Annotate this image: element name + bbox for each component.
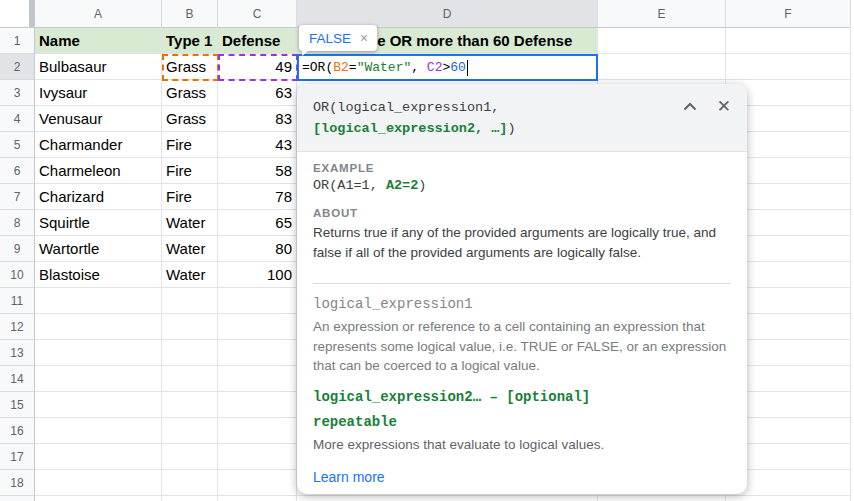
- row-header-9[interactable]: 9: [0, 236, 35, 262]
- row-header-16[interactable]: 16: [0, 418, 35, 444]
- column-header-D[interactable]: D: [297, 0, 598, 28]
- cell-A7[interactable]: Charizard: [35, 184, 162, 210]
- cell-C15[interactable]: [218, 392, 297, 418]
- cell-B3[interactable]: Grass: [162, 80, 218, 106]
- cell-Cx[interactable]: [218, 496, 297, 501]
- row-header-18[interactable]: 18: [0, 470, 35, 496]
- row-header-4[interactable]: 4: [0, 106, 35, 132]
- cell-B17[interactable]: [162, 444, 218, 470]
- function-signature: OR(logical_expression1, [logical_express…: [313, 97, 658, 139]
- cell-A18[interactable]: [35, 470, 162, 496]
- cell-C18[interactable]: [218, 470, 297, 496]
- cell-C12[interactable]: [218, 314, 297, 340]
- cell-A3[interactable]: Ivysaur: [35, 80, 162, 106]
- cell-C11[interactable]: [218, 288, 297, 314]
- cell-B15[interactable]: [162, 392, 218, 418]
- cell-Fx[interactable]: [726, 496, 851, 501]
- learn-more-link[interactable]: Learn more: [313, 469, 385, 485]
- cell-A17[interactable]: [35, 444, 162, 470]
- cell-A13[interactable]: [35, 340, 162, 366]
- column-header-F[interactable]: F: [726, 0, 851, 28]
- cell-B11[interactable]: [162, 288, 218, 314]
- cell-A15[interactable]: [35, 392, 162, 418]
- cell-A4[interactable]: Venusaur: [35, 106, 162, 132]
- cell-Dx[interactable]: [297, 496, 598, 501]
- cell-C3[interactable]: 63: [218, 80, 297, 106]
- cell-F2[interactable]: [726, 54, 851, 80]
- select-all-corner[interactable]: [0, 0, 35, 28]
- row-header-3[interactable]: 3: [0, 80, 35, 106]
- cell-C6[interactable]: 58: [218, 158, 297, 184]
- cell-B14[interactable]: [162, 366, 218, 392]
- row-header-1[interactable]: 1: [0, 28, 35, 54]
- cell-B6[interactable]: Fire: [162, 158, 218, 184]
- cell-Bx[interactable]: [162, 496, 218, 501]
- cell-B5[interactable]: Fire: [162, 132, 218, 158]
- cell-C7[interactable]: 78: [218, 184, 297, 210]
- column-header-E[interactable]: E: [598, 0, 726, 28]
- row-header-6[interactable]: 6: [0, 158, 35, 184]
- row-header-11[interactable]: 11: [0, 288, 35, 314]
- cell-C8[interactable]: 65: [218, 210, 297, 236]
- row-header-12[interactable]: 12: [0, 314, 35, 340]
- cell-A16[interactable]: [35, 418, 162, 444]
- row-header-clipped[interactable]: [0, 496, 35, 501]
- cell-B12[interactable]: [162, 314, 218, 340]
- cell-C5[interactable]: 43: [218, 132, 297, 158]
- row-header-17[interactable]: 17: [0, 444, 35, 470]
- column-header-C[interactable]: C: [218, 0, 297, 28]
- active-cell-editor[interactable]: =OR(B2="Water", C2>60: [297, 54, 598, 81]
- cell-C13[interactable]: [218, 340, 297, 366]
- formula-token: "Water": [357, 60, 412, 75]
- cell-C2[interactable]: 49: [218, 54, 297, 80]
- row-header-8[interactable]: 8: [0, 210, 35, 236]
- cell-B8[interactable]: Water: [162, 210, 218, 236]
- row-header-15[interactable]: 15: [0, 392, 35, 418]
- preview-value: FALSE: [309, 31, 351, 46]
- cell-A2[interactable]: Bulbasaur: [35, 54, 162, 80]
- column-header-B[interactable]: B: [162, 0, 218, 28]
- cell-A12[interactable]: [35, 314, 162, 340]
- cell-F1[interactable]: [726, 28, 851, 54]
- cell-C1[interactable]: Defense: [218, 28, 297, 54]
- cell-A8[interactable]: Squirtle: [35, 210, 162, 236]
- row-header-7[interactable]: 7: [0, 184, 35, 210]
- cell-A10[interactable]: Blastoise: [35, 262, 162, 288]
- cell-B16[interactable]: [162, 418, 218, 444]
- cell-Ex[interactable]: [598, 496, 726, 501]
- cell-E1[interactable]: [598, 28, 726, 54]
- collapse-chevron-up-icon[interactable]: [683, 99, 697, 114]
- cell-B18[interactable]: [162, 470, 218, 496]
- cell-B7[interactable]: Fire: [162, 184, 218, 210]
- cell-C4[interactable]: 83: [218, 106, 297, 132]
- row-header-2[interactable]: 2: [0, 54, 35, 80]
- cell-B13[interactable]: [162, 340, 218, 366]
- cell-B2[interactable]: Grass: [162, 54, 218, 80]
- cell-Ax[interactable]: [35, 496, 162, 501]
- row-header-10[interactable]: 10: [0, 262, 35, 288]
- cell-C9[interactable]: 80: [218, 236, 297, 262]
- cell-A6[interactable]: Charmeleon: [35, 158, 162, 184]
- cell-B9[interactable]: Water: [162, 236, 218, 262]
- cell-A1[interactable]: Name: [35, 28, 162, 54]
- column-header-A[interactable]: A: [35, 0, 162, 28]
- chip-close-icon[interactable]: ×: [360, 30, 368, 46]
- cell-A11[interactable]: [35, 288, 162, 314]
- cell-A9[interactable]: Wartortle: [35, 236, 162, 262]
- cell-E2[interactable]: [598, 54, 726, 80]
- chip-tail: [302, 50, 309, 56]
- param2-description: More expressions that evaluate to logica…: [313, 435, 731, 455]
- cell-B1[interactable]: Type 1: [162, 28, 218, 54]
- cell-B4[interactable]: Grass: [162, 106, 218, 132]
- cell-C16[interactable]: [218, 418, 297, 444]
- row-header-14[interactable]: 14: [0, 366, 35, 392]
- close-icon[interactable]: ✕: [717, 99, 731, 115]
- cell-B10[interactable]: Water: [162, 262, 218, 288]
- row-header-13[interactable]: 13: [0, 340, 35, 366]
- cell-C14[interactable]: [218, 366, 297, 392]
- cell-A5[interactable]: Charmander: [35, 132, 162, 158]
- cell-C10[interactable]: 100: [218, 262, 297, 288]
- cell-C17[interactable]: [218, 444, 297, 470]
- cell-A14[interactable]: [35, 366, 162, 392]
- row-header-5[interactable]: 5: [0, 132, 35, 158]
